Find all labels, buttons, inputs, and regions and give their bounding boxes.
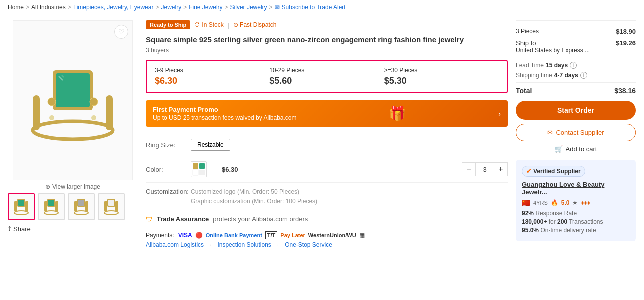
ring-size-button[interactable]: Resizable [191, 139, 230, 151]
ship-dest[interactable]: United States by Express ... [516, 47, 590, 54]
color-swatch[interactable] [191, 162, 207, 178]
trade-text: protects your Alibaba.com orders [213, 216, 308, 223]
logistics-link-2[interactable]: Inspection Solutions [218, 242, 271, 248]
pieces-row: 3 Pieces $18.90 [516, 26, 636, 38]
breadcrumb-category2[interactable]: Jewelry [161, 4, 182, 11]
qr-icon: ▦ [360, 232, 365, 239]
qty-increase-button[interactable]: + [494, 162, 508, 176]
ship-price: $19.26 [616, 40, 636, 47]
dispatch-icon: ⊙ [234, 22, 238, 28]
svg-point-0 [33, 122, 113, 140]
color-label: Color: [146, 166, 186, 174]
product-info: Ready to Ship ⏱ In Stock | ⊙ Fast Dispat… [146, 20, 508, 248]
svg-rect-34 [200, 170, 205, 176]
tier-1-price: $6.30 [155, 76, 270, 86]
trade-alert-link[interactable]: ✉ Subscribe to Trade Alert [275, 4, 346, 11]
trade-badge-icon: 🛡 [146, 216, 153, 224]
share-icon: ⤴ [8, 226, 12, 233]
thumbnail-4[interactable] [98, 194, 125, 220]
pieces-label[interactable]: 3 Pieces [516, 28, 539, 35]
svg-rect-23 [86, 201, 88, 212]
breadcrumb: Home > All Industries > Timepieces, Jewe… [0, 0, 644, 16]
trade-label: Trade Assurance [157, 216, 209, 223]
svg-rect-32 [200, 164, 205, 169]
transactions: 180,000+ for 200 Transactions [522, 218, 630, 226]
color-option: Color: $6.30 − 3 + [146, 156, 508, 183]
breadcrumb-category3[interactable]: Fine Jewelry [189, 4, 222, 11]
wu-logo: WesternUnion/WU [308, 232, 356, 238]
view-larger-button[interactable]: ⊕ View larger image [8, 184, 138, 190]
response-rate: 92% Response Rate [522, 210, 630, 217]
svg-point-9 [50, 116, 54, 120]
ontime-delivery: 95.0% On-time delivery rate [522, 227, 630, 234]
thumbnail-3[interactable] [68, 194, 95, 220]
breadcrumb-sep: > [26, 4, 30, 11]
logistics-link-1[interactable]: Alibaba.com Logistics [146, 242, 204, 248]
wishlist-button[interactable]: ♡ [114, 25, 128, 39]
ring-size-option: Ring Size: Resizable [146, 134, 508, 156]
custom-item-1: Customized logo (Min. Order: 50 Pieces) [191, 188, 318, 196]
breadcrumb-home[interactable]: Home [8, 4, 24, 11]
paylater-logo: Pay Later [280, 232, 306, 238]
svg-point-6 [90, 98, 98, 106]
buyers-count: 3 buyers [146, 47, 508, 54]
promo-subtitle: Up to USD 25 transaction fees waived by … [153, 114, 296, 122]
country-flag-icon: 🇨🇳 [522, 199, 530, 207]
quantity-control: − 3 + [462, 162, 508, 176]
lead-time-row: Lead Time 15 days i [516, 60, 636, 70]
breadcrumb-category1[interactable]: Timepieces, Jewelry, Eyewear [74, 4, 154, 11]
lead-time-info-icon[interactable]: i [570, 62, 577, 69]
verified-check-icon: ✔ [526, 168, 532, 175]
svg-rect-31 [193, 164, 198, 169]
shipping-value: 4-7 days [554, 72, 578, 79]
contact-supplier-button[interactable]: ✉ Contact Supplier [516, 124, 636, 142]
ring-size-label: Ring Size: [146, 142, 186, 149]
lead-time-label: Lead Time [516, 62, 544, 69]
total-value: $38.16 [614, 87, 636, 95]
qty-decrease-button[interactable]: − [462, 162, 476, 176]
price-tier-3: >=30 Pieces $5.30 [384, 67, 499, 86]
tier-2-qty: 10-29 Pieces [270, 67, 384, 74]
svg-rect-18 [56, 201, 58, 212]
price-table: 3-9 Pieces $6.30 10-29 Pieces $5.60 >=30… [146, 60, 508, 94]
thumbnail-2[interactable] [38, 194, 65, 220]
online-bank-logo: Online Bank Payment [206, 232, 262, 238]
thumbnail-list [8, 194, 138, 220]
thumbnail-1[interactable] [8, 194, 35, 220]
logistics-link-3[interactable]: One-Stop Service [285, 242, 332, 248]
breadcrumb-all-industries[interactable]: All Industries [32, 4, 66, 11]
verified-badge: ✔ Verified Supplier [522, 166, 586, 177]
svg-rect-22 [74, 201, 78, 212]
main-container: ♡ ⊕ View larg [0, 16, 644, 254]
supplier-years: 4YRS [534, 200, 548, 206]
svg-rect-30 [108, 200, 114, 206]
supplier-panel: ✔ Verified Supplier Guangzhou Love & Bea… [516, 160, 636, 242]
svg-point-10 [92, 116, 96, 120]
contact-icon: ✉ [548, 129, 553, 136]
add-to-cart-button[interactable]: 🛒 Add to cart [516, 146, 636, 153]
start-order-button[interactable]: Start Order [516, 101, 636, 120]
supplier-name[interactable]: Guangzhou Love & Beauty Jewelr... [522, 181, 630, 196]
custom-item-2: Graphic customization (Min. Order: 100 P… [191, 198, 318, 205]
verified-row: ✔ Verified Supplier [522, 166, 630, 177]
visa-logo: VISA [178, 232, 192, 239]
supplier-meta: 🇨🇳 4YRS 🔥 5.0 ★ ♦♦♦ [522, 199, 630, 207]
product-images: ♡ ⊕ View larg [8, 20, 138, 248]
promo-title: First Payment Promo [153, 106, 296, 114]
promo-banner[interactable]: First Payment Promo Up to USD 25 transac… [146, 100, 508, 127]
in-stock-badge: ⏱ In Stock [194, 22, 224, 28]
gift-icon: 🎁 [389, 106, 406, 122]
email-icon: ✉ [275, 4, 280, 11]
svg-point-5 [48, 98, 56, 106]
total-label: Total [516, 87, 532, 95]
svg-rect-28 [116, 201, 118, 212]
order-panel: 3 Pieces $18.90 Ship to United States by… [516, 20, 636, 248]
shipping-info-icon[interactable]: i [580, 72, 588, 79]
badge-row: Ready to Ship ⏱ In Stock | ⊙ Fast Dispat… [146, 20, 508, 30]
clock-icon: ⏱ [194, 22, 200, 28]
svg-rect-12 [14, 201, 18, 212]
tier-2-price: $5.60 [270, 76, 384, 86]
share-button[interactable]: ⤴ Share [8, 226, 138, 233]
expand-icon: ⊕ [46, 184, 50, 190]
breadcrumb-category4[interactable]: Silver Jewelry [230, 4, 268, 11]
